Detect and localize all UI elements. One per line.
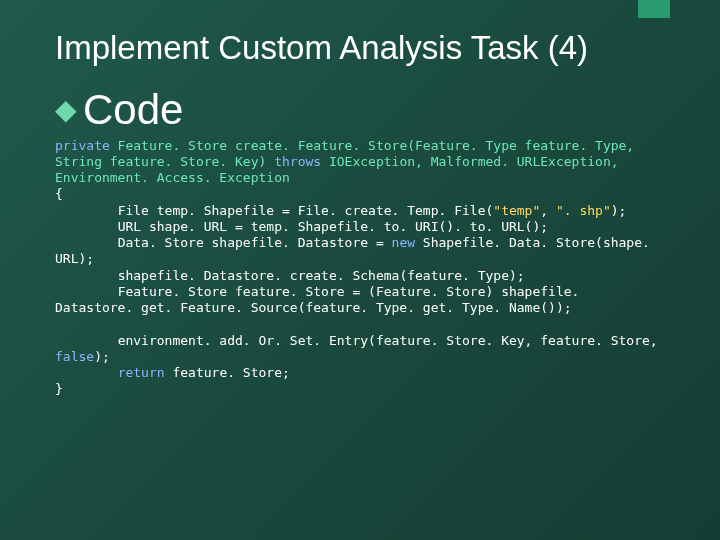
code-kw-throws: throws [274,154,321,169]
code-kw-private: private [55,138,110,153]
code-line-5a: Data. Store shapefile. Datastore = [55,235,392,250]
code-line-3c: ); [611,203,627,218]
diamond-bullet-icon: ◆ [55,96,77,124]
code-line-3b: , [540,203,556,218]
code-brace-open: { [55,186,63,201]
slide-content: Implement Custom Analysis Task (4) ◆ Cod… [0,0,720,428]
bullet-row: ◆ Code [55,86,665,134]
code-line-7: Feature. Store feature. Store = (Feature… [55,284,587,315]
code-kw-false: false [55,349,94,364]
code-line-9b: ); [94,349,110,364]
code-line-9a: environment. add. Or. Set. Entry(feature… [55,333,666,348]
code-block: private Feature. Store create. Feature. … [55,138,665,398]
code-line-3a: File temp. Shapefile = File. create. Tem… [55,203,493,218]
bullet-label: Code [83,86,183,134]
code-string-shp: ". shp" [556,203,611,218]
code-kw-return: return [118,365,165,380]
code-line-10b: feature. Store; [165,365,290,380]
slide-title: Implement Custom Analysis Task (4) [55,28,665,68]
code-brace-close: } [55,381,63,396]
code-line-4: URL shape. URL = temp. Shapefile. to. UR… [55,219,548,234]
code-string-temp: "temp" [493,203,540,218]
accent-bar [638,0,670,18]
code-line-6: shapefile. Datastore. create. Schema(fea… [55,268,525,283]
code-kw-new: new [392,235,415,250]
code-line-10a [55,365,118,380]
